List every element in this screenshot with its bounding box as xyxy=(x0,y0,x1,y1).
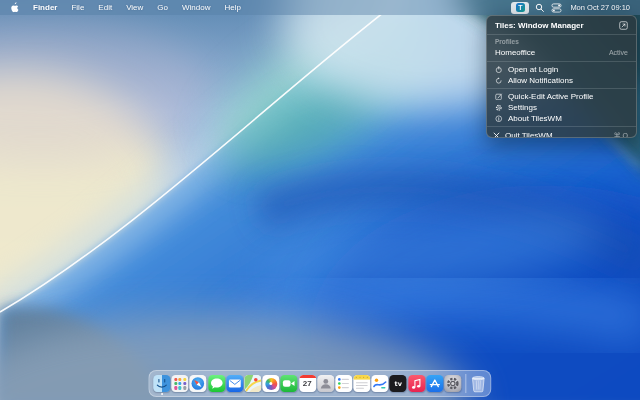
dock-separator xyxy=(466,374,467,393)
profile-row-homeoffice[interactable]: Homeoffice Active xyxy=(487,46,636,61)
panel-group-toggles: Open at Login Allow Notifications xyxy=(487,62,636,88)
gear-icon xyxy=(495,104,503,112)
apple-menu[interactable] xyxy=(8,2,26,13)
panel-group-actions: Quick-Edit Active Profile Settings About… xyxy=(487,89,636,126)
dock-launchpad-icon[interactable] xyxy=(172,375,189,392)
open-window-icon[interactable] xyxy=(619,21,628,30)
menu-bar-status-area: T Mon Oct 27 09:10 xyxy=(511,2,632,14)
dock-system-settings-icon[interactable] xyxy=(444,375,461,392)
spotlight-icon[interactable] xyxy=(533,2,546,14)
power-icon xyxy=(495,66,503,74)
menu-item-file[interactable]: File xyxy=(64,3,91,12)
dock-tv-icon[interactable]: tv xyxy=(390,375,407,392)
dock-contacts-icon[interactable] xyxy=(317,375,334,392)
profile-status-badge: Active xyxy=(609,49,628,56)
dock-photos-icon[interactable] xyxy=(262,375,279,392)
running-indicator xyxy=(161,393,164,396)
dock-reminders-icon[interactable] xyxy=(335,375,352,392)
dock-notes-icon[interactable] xyxy=(353,375,370,392)
calendar-red-bar xyxy=(299,375,316,378)
menu-item-view[interactable]: View xyxy=(119,3,150,12)
panel-title: Tiles: Window Manager xyxy=(495,21,584,30)
menu-item-window[interactable]: Window xyxy=(175,3,217,12)
menu-item-label: Allow Notifications xyxy=(508,77,573,85)
dock-app-store-icon[interactable] xyxy=(426,375,443,392)
menu-item-label: About TilesWM xyxy=(508,115,562,123)
menu-item-label: Quick-Edit Active Profile xyxy=(508,93,593,101)
menu-item-help[interactable]: Help xyxy=(217,3,247,12)
dock-finder-icon[interactable] xyxy=(153,375,170,392)
dock-mail-icon[interactable] xyxy=(226,375,243,392)
calendar-day: 27 xyxy=(299,379,316,388)
menu-item-edit[interactable]: Edit xyxy=(91,3,119,12)
control-center-icon[interactable] xyxy=(550,2,563,14)
menubar-clock[interactable]: Mon Oct 27 09:10 xyxy=(567,3,632,12)
menu-item-quit[interactable]: Quit TilesWM ⌘ Q xyxy=(487,127,636,138)
edit-square-icon xyxy=(495,93,503,101)
refresh-icon xyxy=(495,77,503,85)
dock-trash-icon[interactable] xyxy=(471,375,487,393)
menu-item-label: Settings xyxy=(508,104,537,112)
tiles-app-icon: T xyxy=(516,3,525,12)
dock-maps-icon[interactable] xyxy=(244,375,261,392)
tv-logo-text: tv xyxy=(395,380,402,388)
profile-name: Homeoffice xyxy=(495,48,535,57)
menu-item-about[interactable]: About TilesWM xyxy=(490,113,633,124)
close-icon xyxy=(492,132,500,138)
dock-calendar-icon[interactable]: 27 xyxy=(299,375,316,392)
menu-item-go[interactable]: Go xyxy=(150,3,175,12)
quit-label: Quit TilesWM xyxy=(505,131,553,138)
tiles-menu-panel: Tiles: Window Manager Profiles Homeoffic… xyxy=(486,15,637,138)
dock-music-icon[interactable] xyxy=(408,375,425,392)
apple-logo-icon xyxy=(10,2,19,13)
dock-facetime-icon[interactable] xyxy=(281,375,298,392)
menu-bar: Finder File Edit View Go Window Help T M… xyxy=(0,0,640,15)
menu-item-settings[interactable]: Settings xyxy=(490,102,633,113)
dock-freeform-icon[interactable] xyxy=(372,375,389,392)
menu-item-label: Open at Login xyxy=(508,66,558,74)
info-icon xyxy=(495,115,503,123)
dock-messages-icon[interactable] xyxy=(208,375,225,392)
panel-header: Tiles: Window Manager xyxy=(487,19,636,34)
tiles-menu-extra[interactable]: T xyxy=(511,2,529,14)
profiles-section-label: Profiles xyxy=(487,35,636,46)
menu-item-finder[interactable]: Finder xyxy=(26,3,64,12)
menu-item-open-at-login[interactable]: Open at Login xyxy=(490,64,633,75)
dock: 27 xyxy=(148,370,491,397)
dock-safari-icon[interactable] xyxy=(190,375,207,392)
quit-shortcut: ⌘ Q xyxy=(614,132,628,139)
menu-item-allow-notifications[interactable]: Allow Notifications xyxy=(490,75,633,86)
menu-item-quick-edit-profile[interactable]: Quick-Edit Active Profile xyxy=(490,91,633,102)
menu-bar-left: Finder File Edit View Go Window Help xyxy=(8,2,248,13)
